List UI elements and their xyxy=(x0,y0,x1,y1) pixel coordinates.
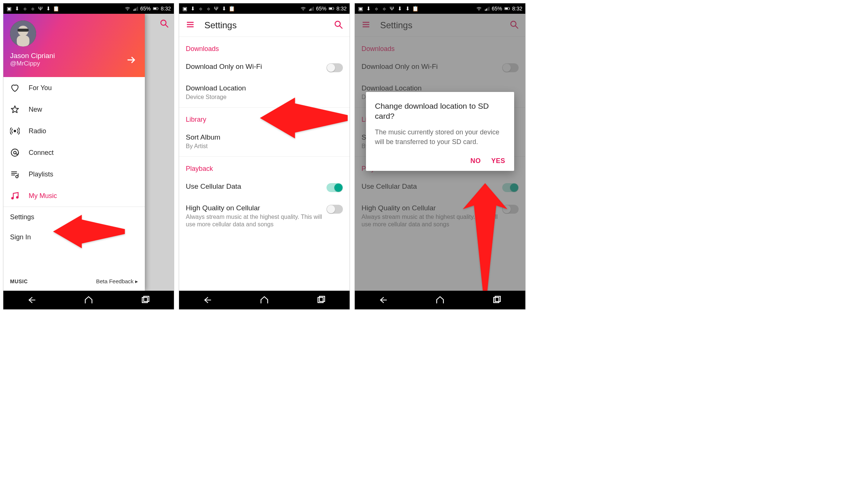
signal-icon xyxy=(484,6,490,12)
back-icon[interactable] xyxy=(27,295,36,305)
search-icon[interactable] xyxy=(160,19,169,29)
drawer-item-new[interactable]: New xyxy=(3,99,145,120)
drawer-item-label: Radio xyxy=(29,127,46,135)
recent-apps-icon[interactable] xyxy=(492,295,502,305)
navigation-drawer: Jason Cipriani @MrCippy For You New Radi… xyxy=(3,14,145,291)
toggle-wifi-only[interactable] xyxy=(327,63,343,72)
drawer-item-my-music[interactable]: My Music xyxy=(3,185,145,207)
drawer-header[interactable]: Jason Cipriani @MrCippy xyxy=(3,14,145,77)
phone-2: ▣ ⬇ ⟐ ⟐ Ψ ⬇ 📋 65% 8:32 Settings Download… xyxy=(179,3,350,310)
toggle-high-quality[interactable] xyxy=(327,205,343,214)
download-icon: ⬇ xyxy=(45,6,51,12)
setting-title: Sort Album xyxy=(186,133,343,141)
drawer-item-label: Connect xyxy=(29,149,54,157)
at-icon xyxy=(10,148,20,157)
download-icon: ⬇ xyxy=(190,6,195,12)
svg-rect-28 xyxy=(17,29,29,32)
search-icon[interactable] xyxy=(334,20,343,31)
download-icon: ⬇ xyxy=(221,6,227,12)
clock: 8:32 xyxy=(512,6,522,12)
setting-sort-album[interactable]: Sort Album By Artist xyxy=(179,127,350,156)
drawer-item-label: My Music xyxy=(29,192,57,200)
setting-high-quality-cellular[interactable]: High Quality on Cellular Always stream m… xyxy=(179,198,350,235)
drawer-item-for-you[interactable]: For You xyxy=(3,77,145,99)
confirm-dialog: Change download location to SD card? The… xyxy=(366,92,514,171)
dialog-yes-button[interactable]: YES xyxy=(491,157,505,165)
clipboard-icon: 📋 xyxy=(53,6,59,12)
download-icon: ⬇ xyxy=(397,6,402,12)
drawer-item-sign-in[interactable]: Sign In xyxy=(3,227,145,247)
user-handle: @MrCippy xyxy=(10,60,138,67)
picture-icon: ▣ xyxy=(6,6,12,12)
status-bar: ▣ ⬇ ⟐ ⟐ Ψ ⬇ 📋 65% 8:32 xyxy=(179,3,350,14)
three-phone-container: ▣ ⬇ ⟐ ⟐ Ψ ⬇ 📋 65% 8:32 Jason Cipriani @M… xyxy=(0,0,860,313)
battery-icon xyxy=(504,6,510,12)
heart-icon xyxy=(10,83,20,93)
dialog-no-button[interactable]: NO xyxy=(470,157,481,165)
signal-icon xyxy=(308,6,314,12)
setting-download-location[interactable]: Download Location Device Storage xyxy=(179,78,350,107)
dev-icon: ⟐ xyxy=(381,6,387,12)
android-nav-bar xyxy=(355,291,525,309)
dialog-title: Change download location to SD card? xyxy=(375,101,505,121)
beta-feedback-link[interactable]: Beta Feedback ▸ xyxy=(96,278,138,285)
battery-percent: 65% xyxy=(316,6,327,12)
drawer-item-settings[interactable]: Settings xyxy=(3,207,145,227)
drawer-item-label: New xyxy=(29,106,42,114)
star-icon xyxy=(10,105,20,114)
battery-percent: 65% xyxy=(140,6,151,12)
signal-icon xyxy=(133,6,138,12)
battery-percent: 65% xyxy=(492,6,502,12)
clipboard-icon: 📋 xyxy=(229,6,235,12)
wifi-icon xyxy=(476,6,482,12)
status-bar: ▣ ⬇ ⟐ ⟐ Ψ ⬇ ⬇ 📋 65% 8:32 xyxy=(355,3,525,14)
setting-download-wifi-only[interactable]: Download Only on Wi-Fi xyxy=(179,57,350,78)
phone-3: ▣ ⬇ ⟐ ⟐ Ψ ⬇ ⬇ 📋 65% 8:32 Settings Downlo… xyxy=(354,3,526,310)
battery-icon xyxy=(329,6,334,12)
dev-icon: ⟐ xyxy=(373,6,379,12)
drawer-item-label: Sign In xyxy=(10,233,31,241)
dialog-body: The music currently stored on your devic… xyxy=(375,127,505,147)
dev-icon: ⟐ xyxy=(22,6,28,12)
back-icon[interactable] xyxy=(378,295,388,305)
drawer-item-label: For You xyxy=(29,84,52,92)
svg-rect-27 xyxy=(17,35,29,47)
recent-apps-icon[interactable] xyxy=(316,295,326,305)
recent-apps-icon[interactable] xyxy=(141,295,150,305)
clipboard-icon: 📋 xyxy=(413,6,418,12)
page-title: Settings xyxy=(204,20,237,31)
wifi-icon xyxy=(125,6,130,12)
apple-music-logo: MUSIC xyxy=(10,278,28,284)
home-icon[interactable] xyxy=(259,295,269,305)
download-icon: ⬇ xyxy=(14,6,20,12)
setting-title: High Quality on Cellular xyxy=(186,204,322,212)
drawer-footer: MUSIC Beta Feedback ▸ xyxy=(3,274,145,291)
download-icon: ⬇ xyxy=(366,6,371,12)
android-nav-bar xyxy=(3,291,174,309)
toggle-use-cellular[interactable] xyxy=(327,183,343,192)
drawer-item-playlists[interactable]: Playlists xyxy=(3,163,145,185)
setting-use-cellular[interactable]: Use Cellular Data xyxy=(179,176,350,198)
dev-icon: ⟐ xyxy=(206,6,211,12)
home-icon[interactable] xyxy=(84,295,93,305)
avatar[interactable] xyxy=(10,20,36,47)
usb-icon: Ψ xyxy=(38,6,43,12)
music-icon xyxy=(10,191,20,201)
playlist-icon xyxy=(10,169,20,179)
app-bar: Settings xyxy=(179,14,350,37)
drawer-item-connect[interactable]: Connect xyxy=(3,142,145,163)
arrow-right-icon[interactable] xyxy=(126,55,137,67)
phone-1: ▣ ⬇ ⟐ ⟐ Ψ ⬇ 📋 65% 8:32 Jason Cipriani @M… xyxy=(3,3,174,310)
setting-title: Use Cellular Data xyxy=(186,182,322,191)
menu-icon[interactable] xyxy=(186,20,195,31)
status-bar: ▣ ⬇ ⟐ ⟐ Ψ ⬇ 📋 65% 8:32 xyxy=(3,3,174,14)
settings-list[interactable]: Downloads Download Only on Wi-Fi Downloa… xyxy=(179,37,350,235)
dev-icon: ⟐ xyxy=(198,6,203,12)
drawer-item-label: Playlists xyxy=(29,170,53,178)
drawer-item-radio[interactable]: Radio xyxy=(3,120,145,142)
setting-subtitle: By Artist xyxy=(186,143,343,150)
setting-title: Download Only on Wi-Fi xyxy=(186,63,322,71)
back-icon[interactable] xyxy=(203,295,212,305)
setting-subtitle: Device Storage xyxy=(186,93,343,101)
home-icon[interactable] xyxy=(435,295,445,305)
